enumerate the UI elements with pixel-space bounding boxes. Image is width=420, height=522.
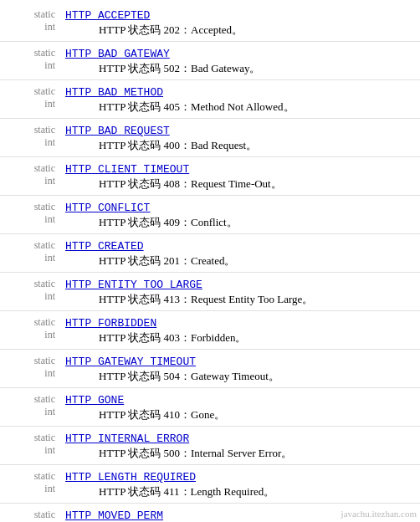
left-column: staticint — [0, 313, 59, 349]
field-link[interactable]: HTTP_ACCEPTED — [65, 9, 150, 22]
left-column: staticint — [0, 120, 59, 156]
field-description: HTTP 状态码 411：Length Required。 — [65, 484, 417, 499]
right-column: HTTP_ACCEPTEDHTTP 状态码 202：Accepted。 — [59, 5, 420, 41]
table-row: staticintHTTP_BAD_REQUESTHTTP 状态码 400：Ba… — [0, 119, 420, 157]
field-link[interactable]: HTTP_ENTITY_TOO_LARGE — [65, 279, 202, 291]
right-column: HTTP_CONFLICTHTTP 状态码 409：Conflict。 — [59, 197, 420, 233]
left-column: staticint — [0, 159, 59, 195]
field-description: HTTP 状态码 400：Bad Request。 — [65, 138, 417, 153]
right-column: HTTP_FORBIDDENHTTP 状态码 403：Forbidden。 — [59, 313, 420, 349]
static-label: static — [34, 124, 55, 136]
field-description: HTTP 状态码 403：Forbidden。 — [65, 330, 417, 345]
type-label: int — [44, 59, 55, 72]
field-description: HTTP 状态码 504：Gateway Timeout。 — [65, 369, 417, 384]
table-row: staticintHTTP_BAD_METHODHTTP 状态码 405：Met… — [0, 80, 420, 119]
left-column: staticint — [0, 505, 59, 522]
left-column: staticint — [0, 274, 59, 310]
field-link[interactable]: HTTP_FORBIDDEN — [65, 317, 156, 330]
type-label: int — [44, 367, 55, 380]
static-label: static — [34, 393, 55, 406]
static-label: static — [34, 509, 55, 521]
type-label: int — [44, 98, 55, 110]
field-link[interactable]: HTTP_MOVED_PERM — [65, 509, 163, 522]
right-column: HTTP_CLIENT_TIMEOUTHTTP 状态码 408：Request … — [59, 159, 420, 195]
right-column: HTTP_BAD_REQUESTHTTP 状态码 400：Bad Request… — [59, 120, 420, 156]
type-label: int — [44, 252, 55, 264]
type-label: int — [44, 406, 55, 418]
field-link[interactable]: HTTP_GONE — [65, 394, 124, 407]
right-column: HTTP_LENGTH_REQUIREDHTTP 状态码 411：Length … — [59, 467, 420, 503]
field-link[interactable]: HTTP_CREATED — [65, 240, 144, 253]
right-column: HTTP_GONEHTTP 状态码 410：Gone。 — [59, 390, 420, 426]
type-label: int — [44, 175, 55, 187]
field-description: HTTP 状态码 502：Bad Gateway。 — [65, 61, 417, 76]
right-column: HTTP_ENTITY_TOO_LARGEHTTP 状态码 413：Reques… — [59, 274, 420, 310]
field-description: HTTP 状态码 409：Conflict。 — [65, 215, 417, 230]
table-row: staticintHTTP_GONEHTTP 状态码 410：Gone。 — [0, 388, 420, 427]
table-row: staticintHTTP_ACCEPTEDHTTP 状态码 202：Accep… — [0, 3, 420, 42]
static-label: static — [34, 316, 55, 329]
table-row: staticintHTTP_BAD_GATEWAYHTTP 状态码 502：Ba… — [0, 42, 420, 80]
field-link[interactable]: HTTP_BAD_REQUEST — [65, 125, 170, 137]
table-row: staticintHTTP_FORBIDDENHTTP 状态码 403：Forb… — [0, 311, 420, 350]
field-description: HTTP 状态码 408：Request Time-Out。 — [65, 177, 417, 192]
static-label: static — [34, 355, 55, 367]
field-link[interactable]: HTTP_LENGTH_REQUIRED — [65, 471, 196, 484]
left-column: staticint — [0, 44, 59, 79]
right-column: HTTP_BAD_GATEWAYHTTP 状态码 502：Bad Gateway… — [59, 44, 420, 79]
table-row: staticintHTTP_GATEWAY_TIMEOUTHTTP 状态码 50… — [0, 350, 420, 388]
static-label: static — [34, 8, 55, 21]
static-label: static — [34, 85, 55, 98]
field-description: HTTP 状态码 201：Created。 — [65, 253, 417, 269]
right-column: HTTP_INTERNAL_ERRORHTTP 状态码 500：Internal… — [59, 428, 420, 464]
type-label: int — [44, 213, 55, 226]
field-link[interactable]: HTTP_BAD_METHOD — [65, 86, 163, 99]
right-column: HTTP_GATEWAY_TIMEOUTHTTP 状态码 504：Gateway… — [59, 351, 420, 387]
static-label: static — [34, 201, 55, 213]
table-row: staticintHTTP_ENTITY_TOO_LARGEHTTP 状态码 4… — [0, 273, 420, 311]
static-label: static — [34, 278, 55, 290]
type-label: int — [44, 444, 55, 457]
left-column: staticint — [0, 428, 59, 464]
table-row: staticintHTTP_INTERNAL_ERRORHTTP 状态码 500… — [0, 427, 420, 465]
field-link[interactable]: HTTP_CONFLICT — [65, 202, 150, 214]
left-column: staticint — [0, 467, 59, 503]
field-link[interactable]: HTTP_INTERNAL_ERROR — [65, 432, 189, 445]
left-column: staticint — [0, 351, 59, 387]
field-link[interactable]: HTTP_BAD_GATEWAY — [65, 48, 170, 60]
right-column: HTTP_BAD_METHODHTTP 状态码 405：Method Not A… — [59, 82, 420, 118]
type-label: int — [44, 329, 55, 341]
static-label: static — [34, 470, 55, 483]
field-link[interactable]: HTTP_GATEWAY_TIMEOUT — [65, 356, 196, 368]
field-description: HTTP 状态码 410：Gone。 — [65, 407, 417, 422]
static-label: static — [34, 47, 55, 59]
field-description: HTTP 状态码 202：Accepted。 — [65, 23, 417, 38]
field-description: HTTP 状态码 500：Internal Server Error。 — [65, 446, 417, 461]
left-column: staticint — [0, 390, 59, 426]
entries-container: staticintHTTP_ACCEPTEDHTTP 状态码 202：Accep… — [0, 0, 420, 522]
left-column: staticint — [0, 236, 59, 272]
left-column: staticint — [0, 82, 59, 118]
table-row: staticintHTTP_CONFLICTHTTP 状态码 409：Confl… — [0, 196, 420, 234]
watermark: javachu.itezhan.com — [341, 509, 417, 519]
type-label: int — [44, 21, 55, 33]
static-label: static — [34, 162, 55, 175]
table-row: staticintHTTP_CREATEDHTTP 状态码 201：Create… — [0, 234, 420, 273]
static-label: static — [34, 239, 55, 252]
right-column: HTTP_CREATEDHTTP 状态码 201：Created。 — [59, 236, 420, 272]
field-link[interactable]: HTTP_CLIENT_TIMEOUT — [65, 163, 189, 176]
type-label: int — [44, 483, 55, 495]
table-row: staticintHTTP_LENGTH_REQUIREDHTTP 状态码 41… — [0, 465, 420, 504]
static-label: static — [34, 432, 55, 444]
type-label: int — [44, 136, 55, 149]
left-column: staticint — [0, 197, 59, 233]
left-column: staticint — [0, 5, 59, 41]
field-description: HTTP 状态码 413：Request Entity Too Large。 — [65, 292, 417, 307]
table-row: staticintHTTP_CLIENT_TIMEOUTHTTP 状态码 408… — [0, 157, 420, 196]
type-label: int — [44, 290, 55, 303]
field-description: HTTP 状态码 405：Method Not Allowed。 — [65, 100, 417, 115]
